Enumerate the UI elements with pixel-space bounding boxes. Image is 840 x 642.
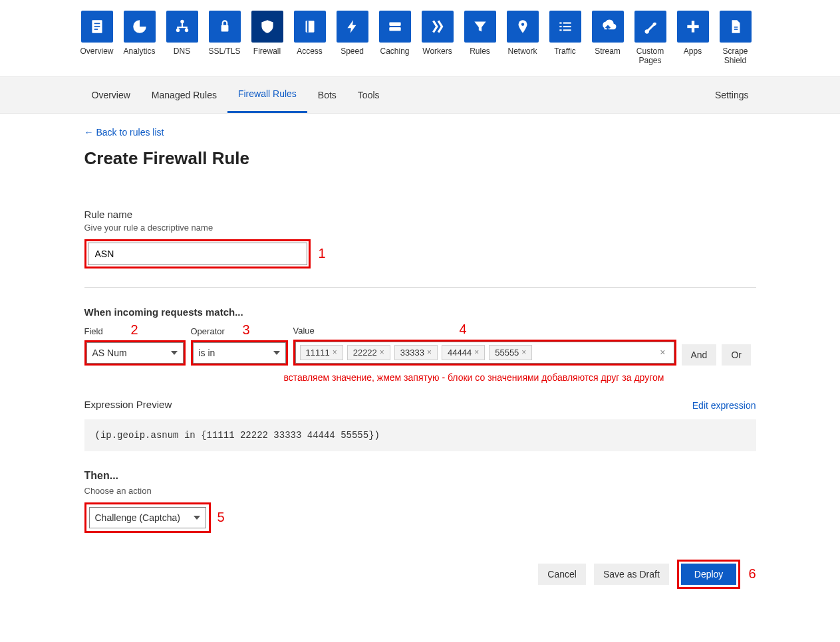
chevron-down-icon — [194, 516, 200, 520]
svg-point-4 — [180, 20, 184, 23]
nav-label: Rules — [470, 47, 490, 56]
value-label: Value — [293, 326, 315, 336]
value-tag: 44444 × — [442, 345, 485, 360]
remove-tag-icon[interactable]: × — [380, 348, 384, 357]
remove-tag-icon[interactable]: × — [333, 348, 337, 357]
svg-rect-20 — [563, 26, 571, 27]
svg-rect-19 — [559, 26, 561, 27]
annotation-5: 5 — [217, 510, 225, 525]
or-button[interactable]: Or — [722, 344, 751, 366]
nav-label: Workers — [422, 47, 452, 56]
dns-icon — [166, 11, 198, 43]
save-draft-button[interactable]: Save as Draft — [594, 564, 669, 585]
svg-rect-13 — [307, 21, 308, 32]
value-tag: 11111 × — [300, 345, 343, 360]
tab-bots[interactable]: Bots — [307, 77, 347, 113]
arrow-left-icon: ← — [84, 127, 94, 138]
nav-item-analytics[interactable]: Analytics — [124, 11, 156, 66]
tag-text: 22222 — [353, 348, 377, 358]
clear-icon[interactable]: × — [656, 347, 669, 358]
nav-item-overview[interactable]: Overview — [81, 11, 113, 66]
nav-item-network[interactable]: Network — [507, 11, 539, 66]
caching-icon — [379, 11, 411, 43]
nav-item-custom-pages[interactable]: Custom Pages — [634, 11, 666, 66]
nav-item-speed[interactable]: Speed — [337, 11, 368, 66]
tab-tools[interactable]: Tools — [347, 77, 390, 113]
then-hint: Choose an action — [84, 486, 756, 496]
edit-expression-link[interactable]: Edit expression — [692, 400, 756, 411]
nav-item-scrape-shield[interactable]: Scrape Shield — [720, 11, 752, 66]
svg-rect-7 — [181, 23, 182, 27]
value-hint-red: вставляем значение, жмем запятую - блоки… — [284, 372, 756, 383]
nav-item-rules[interactable]: Rules — [464, 11, 496, 66]
value-tag: 22222 × — [347, 345, 390, 360]
svg-rect-17 — [559, 23, 561, 24]
back-link[interactable]: ← Back to rules list — [84, 127, 164, 138]
value-tags-input[interactable]: 11111 ×22222 ×33333 ×44444 ×55555 ×× — [295, 342, 674, 364]
tag-text: 44444 — [448, 348, 472, 358]
nav-label: SSL/TLS — [208, 47, 240, 56]
match-heading: When incoming requests match... — [84, 306, 756, 318]
nav-label: Network — [507, 47, 537, 56]
stream-icon — [592, 11, 624, 43]
annotation-box-2: AS Num — [84, 340, 186, 366]
workers-icon — [422, 11, 454, 43]
nav-label: Scrape Shield — [722, 47, 748, 66]
top-nav: OverviewAnalyticsDNSSSL/TLSFirewallAcces… — [81, 0, 760, 71]
svg-rect-22 — [563, 29, 571, 31]
svg-rect-3 — [94, 29, 97, 30]
traffic-icon — [549, 11, 581, 43]
rule-name-hint: Give your rule a descriptive name — [84, 223, 756, 233]
annotation-box-5: Challenge (Captcha) — [84, 502, 211, 533]
nav-label: Speed — [341, 47, 364, 56]
and-button[interactable]: And — [682, 344, 717, 366]
nav-label: Firewall — [253, 47, 281, 56]
nav-item-caching[interactable]: Caching — [379, 11, 411, 66]
annotation-box-1 — [84, 239, 311, 268]
svg-rect-26 — [734, 29, 737, 30]
annotation-box-6: Deploy — [677, 560, 741, 589]
remove-tag-icon[interactable]: × — [474, 348, 479, 357]
remove-tag-icon[interactable]: × — [521, 348, 526, 357]
svg-rect-21 — [559, 29, 561, 31]
rule-name-input[interactable] — [88, 243, 307, 265]
nav-label: Analytics — [123, 47, 155, 56]
field-select[interactable]: AS Num — [86, 342, 184, 364]
svg-rect-24 — [687, 25, 698, 28]
tag-text: 11111 — [306, 348, 330, 358]
nav-item-dns[interactable]: DNS — [166, 11, 198, 66]
nav-item-traffic[interactable]: Traffic — [549, 11, 581, 66]
svg-point-16 — [521, 23, 523, 26]
svg-rect-2 — [94, 26, 100, 27]
tab-managed-rules[interactable]: Managed Rules — [141, 77, 227, 113]
tag-text: 55555 — [495, 348, 519, 358]
nav-label: Stream — [595, 47, 621, 56]
svg-rect-8 — [177, 27, 187, 28]
operator-select[interactable]: is in — [193, 342, 286, 364]
page-title: Create Firewall Rule — [84, 148, 756, 169]
ssl/tls-icon — [209, 11, 241, 43]
nav-label: Traffic — [554, 47, 576, 56]
svg-rect-10 — [186, 27, 187, 29]
back-link-text: Back to rules list — [96, 127, 164, 138]
nav-item-apps[interactable]: Apps — [677, 11, 709, 66]
nav-item-firewall[interactable]: Firewall — [251, 11, 283, 66]
annotation-box-4: 11111 ×22222 ×33333 ×44444 ×55555 ×× — [293, 340, 676, 366]
rule-name-label: Rule name — [84, 209, 756, 220]
expression-preview-label: Expression Preview — [84, 399, 172, 410]
tab-overview[interactable]: Overview — [81, 77, 141, 113]
tab-firewall-rules[interactable]: Firewall Rules — [227, 77, 307, 113]
nav-item-access[interactable]: Access — [294, 11, 326, 66]
overview-icon — [81, 11, 113, 43]
svg-rect-25 — [734, 27, 737, 28]
deploy-button[interactable]: Deploy — [681, 564, 737, 585]
remove-tag-icon[interactable]: × — [427, 348, 432, 357]
cancel-button[interactable]: Cancel — [538, 564, 586, 585]
settings-link[interactable]: Settings — [704, 77, 760, 113]
svg-rect-11 — [221, 25, 228, 32]
nav-label: Custom Pages — [636, 47, 664, 66]
action-select[interactable]: Challenge (Captcha) — [89, 507, 206, 528]
nav-item-stream[interactable]: Stream — [592, 11, 624, 66]
nav-item-ssl/tls[interactable]: SSL/TLS — [209, 11, 241, 66]
nav-item-workers[interactable]: Workers — [422, 11, 454, 66]
